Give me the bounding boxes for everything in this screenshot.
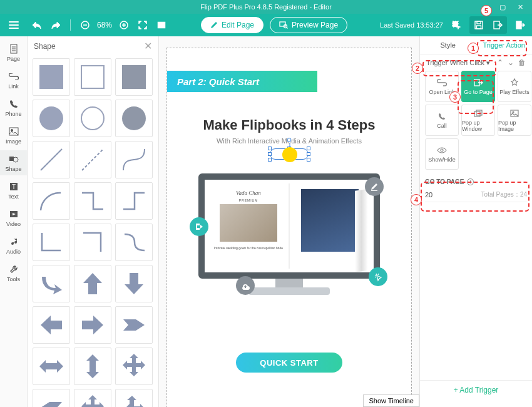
shape-curve[interactable] [115, 141, 153, 178]
svg-rect-13 [477, 26, 481, 29]
selected-toggle-shape[interactable] [270, 148, 309, 160]
undo-icon[interactable] [30, 18, 44, 32]
shape-panel-close-icon[interactable]: ✕ [144, 40, 152, 52]
shape-elbow-2[interactable] [74, 224, 111, 261]
callout-1: 1 [468, 43, 479, 54]
shape-arrow-3way[interactable] [115, 389, 153, 407]
svg-point-31 [81, 107, 104, 130]
tab-trigger-action[interactable]: Trigger Action [476, 36, 533, 54]
right-panel: Style Trigger Action Trigger When Click … [419, 36, 532, 407]
shape-arrow-up-thick[interactable] [74, 265, 111, 302]
quick-start-button[interactable]: QUICK START [236, 353, 342, 373]
shape-arrow-ud[interactable] [74, 348, 111, 385]
svg-point-23 [13, 157, 18, 162]
svg-rect-37 [476, 110, 482, 115]
edit-page-button[interactable]: Edit Page [201, 17, 263, 33]
tool-video[interactable]: Video [0, 205, 27, 230]
fit-screen-icon[interactable] [136, 18, 150, 32]
action-call[interactable]: Call [425, 105, 459, 136]
tool-shape[interactable]: Shape [0, 150, 27, 175]
title-bar: Flip PDF Plus Pro 4.8.5 Registered - Edi… [0, 0, 532, 14]
callout-5: 5 [481, 5, 492, 16]
shape-panel: Shape ✕ [28, 36, 159, 407]
add-trigger-button[interactable]: + Add Trigger [420, 380, 532, 399]
tool-link[interactable]: Link [0, 68, 27, 93]
shape-arrow-right-thick[interactable] [74, 306, 111, 344]
expand-icon[interactable]: ⌄ [508, 58, 514, 67]
shape-panel-title: Shape [34, 42, 56, 51]
tool-text[interactable]: TText [0, 178, 27, 203]
menu-button[interactable] [5, 16, 23, 34]
edit-icon [365, 177, 384, 196]
redo-icon[interactable] [49, 18, 63, 32]
shape-arrow-left-thick[interactable] [33, 306, 70, 344]
shape-arrow-4way-2[interactable] [74, 389, 111, 407]
callout-3: 3 [449, 91, 461, 103]
action-popup-image[interactable]: Pop up Image [498, 105, 531, 136]
shape-square-filled[interactable] [33, 58, 70, 96]
save-button[interactable] [469, 16, 488, 34]
info-icon[interactable]: i [467, 178, 474, 185]
page-canvas[interactable]: Part 2: Quick Start Make Flipbooks in 4 … [166, 48, 412, 407]
close-icon[interactable]: ✕ [511, 0, 529, 14]
banner: Part 2: Quick Start [167, 71, 317, 92]
actual-size-icon[interactable]: 1:1 [155, 18, 168, 32]
tool-tools[interactable]: Tools [0, 260, 27, 286]
shape-s-curve[interactable] [115, 224, 153, 261]
trigger-when-label[interactable]: Trigger When Click ▾ [426, 59, 490, 67]
svg-rect-12 [477, 21, 481, 24]
main-toolbar: 68% 1:1 Edit Page Preview Page Last Save… [0, 14, 532, 36]
callout-2: 2 [412, 63, 423, 74]
svg-point-39 [513, 111, 514, 113]
zoom-out-icon[interactable] [78, 18, 92, 32]
zoom-in-icon[interactable] [117, 18, 131, 32]
exit-button[interactable] [513, 18, 527, 32]
tool-image[interactable]: Image [0, 123, 27, 148]
shape-arrow-lr[interactable] [33, 348, 70, 385]
shape-square-outline[interactable] [74, 58, 111, 96]
upload-icon [236, 276, 255, 295]
select-tool-icon[interactable] [449, 18, 463, 32]
show-timeline-button[interactable]: Show Timeline [363, 394, 419, 407]
shape-arrow-down-thick[interactable] [115, 265, 153, 302]
shape-circle-filled[interactable] [33, 100, 70, 137]
action-popup-window[interactable]: Pop up Window [461, 105, 495, 136]
shape-circle-outline[interactable] [74, 100, 111, 137]
delete-trigger-icon[interactable]: 🗑 [518, 58, 526, 67]
svg-point-32 [122, 106, 146, 130]
shape-arrow-curve[interactable] [33, 265, 70, 302]
action-grid: Open Link Go to Page Play Effects Call P… [420, 71, 532, 170]
canvas-area[interactable]: Part 2: Quick Start Make Flipbooks in 4 … [159, 36, 419, 407]
action-play-effects[interactable]: Play Effects [498, 71, 531, 102]
tool-phone[interactable]: Phone [0, 95, 27, 120]
shape-line-dashed[interactable] [74, 141, 111, 178]
svg-line-9 [287, 28, 288, 29]
shape-line[interactable] [33, 141, 70, 178]
shape-elbow-1[interactable] [33, 224, 70, 261]
tool-page[interactable]: Page [0, 40, 27, 65]
svg-rect-28 [81, 66, 104, 88]
maximize-icon[interactable]: ▢ [494, 0, 511, 14]
save-exit-button[interactable] [488, 16, 507, 34]
go-to-page-input[interactable] [425, 191, 450, 198]
monitor-illustration: Vada ChanPREMIUMIntricate wedding gown f… [198, 173, 380, 302]
shape-arrow-notch-right[interactable] [115, 306, 153, 344]
shape-arrow-4way[interactable] [115, 348, 153, 385]
shape-square-grey[interactable] [115, 58, 153, 96]
svg-point-40 [441, 149, 443, 152]
collapse-icon[interactable]: ⌃ [497, 58, 503, 67]
svg-line-33 [41, 149, 62, 170]
shape-arrow-notch-left[interactable] [33, 389, 70, 407]
total-pages-label: Total Pages：24 [481, 190, 527, 199]
preview-page-button[interactable]: Preview Page [270, 17, 347, 33]
shape-arc[interactable] [33, 182, 70, 220]
tool-audio[interactable]: Audio [0, 233, 27, 258]
last-saved: Last Saved 13:53:27 [380, 21, 443, 29]
svg-point-30 [39, 106, 63, 130]
app-title: Flip PDF Plus Pro 4.8.5 Registered - Edi… [200, 3, 332, 11]
shape-step-up[interactable] [115, 182, 153, 220]
action-go-to-page[interactable]: Go to Page [461, 71, 495, 102]
action-show-hide[interactable]: Show/Hide [425, 138, 459, 170]
shape-circle-grey[interactable] [115, 100, 153, 137]
shape-step-down[interactable] [74, 182, 111, 220]
